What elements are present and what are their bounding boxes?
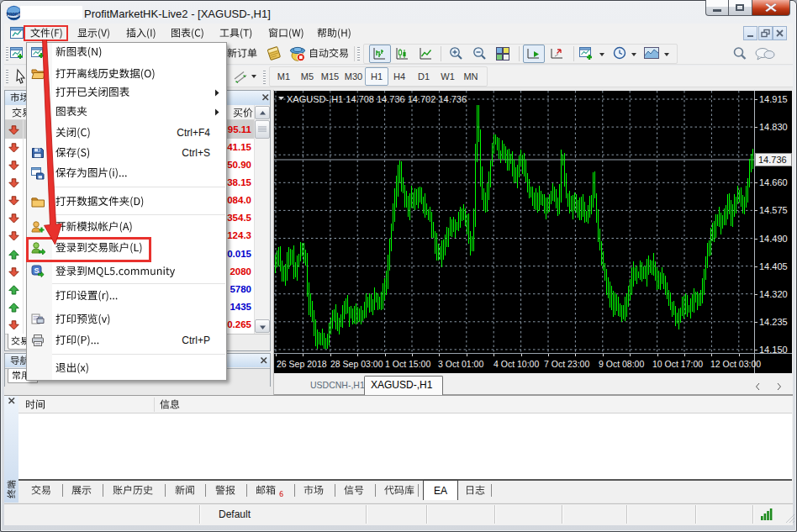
svg-text:PROFIT: PROFIT [7,13,22,17]
